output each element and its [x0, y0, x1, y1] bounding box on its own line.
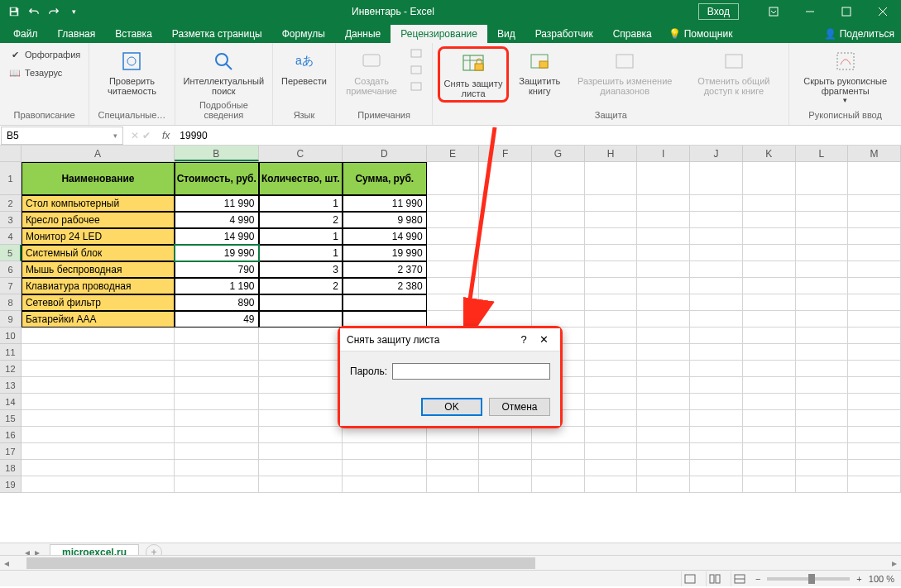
- cell[interactable]: [743, 394, 796, 410]
- normal-view-icon[interactable]: [681, 571, 699, 586]
- cell[interactable]: Кресло рабочее: [22, 212, 175, 228]
- cell[interactable]: [637, 162, 690, 195]
- col-E[interactable]: E: [427, 146, 480, 161]
- cell[interactable]: [585, 476, 638, 493]
- col-D[interactable]: D: [343, 146, 427, 161]
- cell[interactable]: [22, 460, 175, 476]
- name-box[interactable]: B5▾: [1, 127, 123, 145]
- cell[interactable]: [427, 228, 480, 245]
- cell[interactable]: [532, 311, 585, 327]
- cell[interactable]: Монитор 24 LED: [22, 228, 175, 245]
- cell[interactable]: [637, 361, 690, 377]
- cell[interactable]: [532, 427, 585, 443]
- cell[interactable]: [796, 195, 849, 212]
- cell[interactable]: [743, 311, 796, 327]
- horizontal-scrollbar[interactable]: ◂ ▸: [0, 555, 901, 570]
- header-cell[interactable]: Количество, шт.: [259, 162, 343, 195]
- cell[interactable]: [743, 476, 796, 493]
- minimize-button[interactable]: [792, 0, 828, 23]
- cell[interactable]: [427, 476, 480, 493]
- cell[interactable]: [796, 460, 849, 476]
- row-13[interactable]: 13: [0, 377, 22, 394]
- cell[interactable]: [796, 228, 849, 245]
- cell[interactable]: 890: [175, 294, 259, 311]
- tab-help[interactable]: Справка: [603, 25, 662, 43]
- cell[interactable]: [259, 327, 343, 344]
- cell[interactable]: [427, 195, 480, 212]
- cell[interactable]: [690, 195, 743, 212]
- cell[interactable]: [532, 261, 585, 278]
- cell[interactable]: [690, 377, 743, 394]
- cell[interactable]: [343, 311, 427, 327]
- cell[interactable]: [690, 344, 743, 361]
- cell[interactable]: [690, 162, 743, 195]
- cell[interactable]: [796, 427, 849, 443]
- cell[interactable]: [743, 460, 796, 476]
- cell[interactable]: [743, 228, 796, 245]
- tab-developer[interactable]: Разработчик: [525, 25, 603, 43]
- row-9[interactable]: 9: [0, 311, 22, 327]
- cell[interactable]: [259, 377, 343, 394]
- cell[interactable]: [343, 443, 427, 460]
- col-J[interactable]: J: [690, 146, 743, 161]
- cell[interactable]: [690, 460, 743, 476]
- cell[interactable]: [532, 476, 585, 493]
- cell[interactable]: [343, 294, 427, 311]
- cell[interactable]: [479, 261, 532, 278]
- cell[interactable]: [585, 212, 638, 228]
- cell[interactable]: [690, 311, 743, 327]
- login-button[interactable]: Вход: [698, 3, 739, 20]
- dialog-help-button[interactable]: ?: [514, 333, 534, 346]
- cell[interactable]: [848, 427, 901, 443]
- cell[interactable]: [796, 476, 849, 493]
- tab-layout[interactable]: Разметка страницы: [162, 25, 272, 43]
- cell[interactable]: 19 990: [175, 245, 259, 261]
- cell[interactable]: 11 990: [175, 195, 259, 212]
- cell[interactable]: [848, 162, 901, 195]
- cell[interactable]: [848, 377, 901, 394]
- cell[interactable]: [585, 361, 638, 377]
- cell[interactable]: [343, 460, 427, 476]
- unprotect-sheet-button[interactable]: Снять защиту листа: [438, 46, 508, 103]
- row-7[interactable]: 7: [0, 278, 22, 294]
- col-G[interactable]: G: [532, 146, 585, 161]
- cell[interactable]: 9 980: [343, 212, 427, 228]
- cell[interactable]: [479, 476, 532, 493]
- cell[interactable]: [259, 344, 343, 361]
- cell[interactable]: [796, 377, 849, 394]
- cell[interactable]: 2 370: [343, 261, 427, 278]
- cell[interactable]: [637, 410, 690, 427]
- chevron-down-icon[interactable]: ▾: [113, 131, 117, 140]
- row-2[interactable]: 2: [0, 195, 22, 212]
- cell[interactable]: [479, 460, 532, 476]
- cell[interactable]: [585, 427, 638, 443]
- row-14[interactable]: 14: [0, 394, 22, 410]
- cell[interactable]: [637, 344, 690, 361]
- row-1[interactable]: 1: [0, 162, 22, 195]
- readability-button[interactable]: Проверить читаемость: [94, 46, 169, 98]
- cell[interactable]: 49: [175, 311, 259, 327]
- cell[interactable]: 4 990: [175, 212, 259, 228]
- scroll-right-icon[interactable]: ▸: [888, 557, 901, 569]
- cell[interactable]: [637, 460, 690, 476]
- cell[interactable]: [796, 361, 849, 377]
- close-button[interactable]: [865, 0, 901, 23]
- col-H[interactable]: H: [585, 146, 638, 161]
- cell[interactable]: [585, 278, 638, 294]
- cell[interactable]: [22, 344, 175, 361]
- cell[interactable]: [743, 327, 796, 344]
- cell[interactable]: [848, 278, 901, 294]
- zoom-out-icon[interactable]: −: [755, 574, 760, 584]
- maximize-button[interactable]: [828, 0, 865, 23]
- cell[interactable]: 1: [259, 228, 343, 245]
- cell[interactable]: [637, 294, 690, 311]
- cell[interactable]: [743, 377, 796, 394]
- row-3[interactable]: 3: [0, 212, 22, 228]
- zoom-in-icon[interactable]: +: [856, 574, 861, 584]
- cell[interactable]: Стол компьютерный: [22, 195, 175, 212]
- cell[interactable]: [427, 212, 480, 228]
- cell[interactable]: [479, 162, 532, 195]
- cell[interactable]: [637, 245, 690, 261]
- cell[interactable]: [479, 245, 532, 261]
- cell[interactable]: [690, 327, 743, 344]
